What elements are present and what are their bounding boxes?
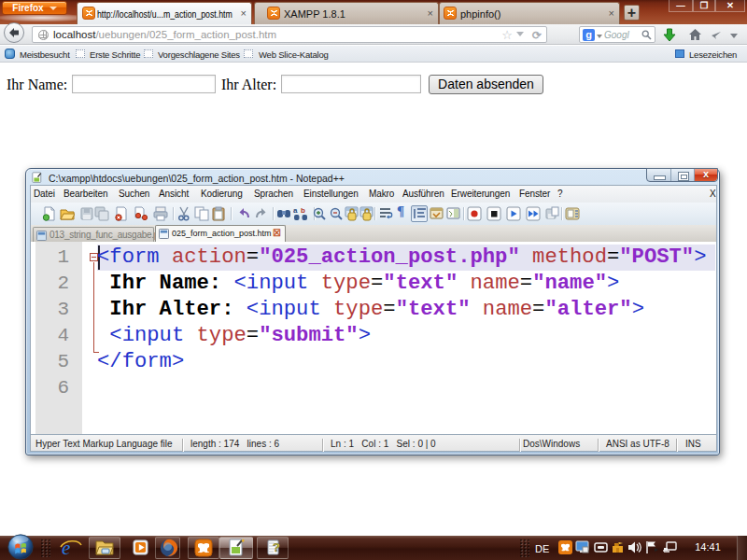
svg-text:e: e	[62, 537, 70, 559]
svg-text:a: a	[293, 206, 298, 215]
svg-text:?: ?	[273, 540, 280, 554]
svg-text:b: b	[301, 206, 305, 215]
